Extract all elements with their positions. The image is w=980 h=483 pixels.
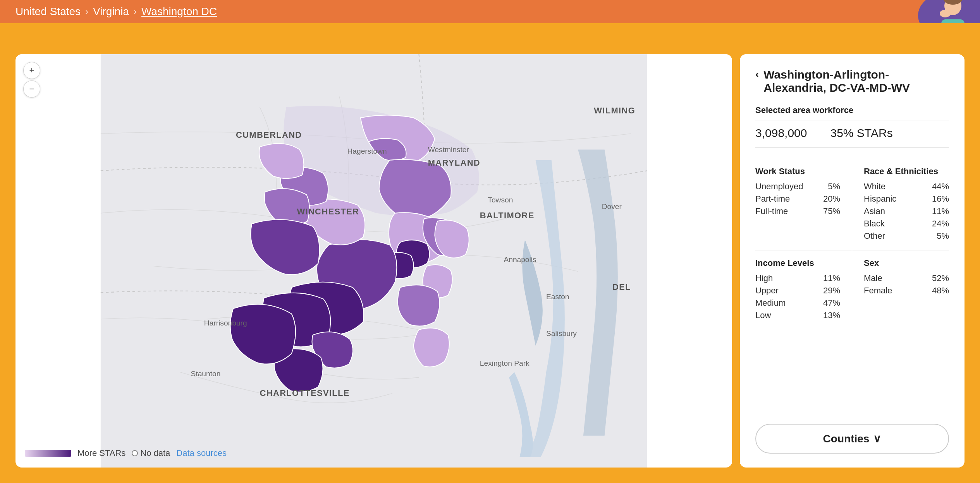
breadcrumb: United States › Virginia › Washington DC [15, 5, 217, 18]
black-value: 24% [926, 219, 949, 229]
unemployed-label: Unemployed [755, 182, 803, 192]
stat-black: Black 24% [864, 218, 949, 230]
map-label-maryland: MARYLAND [428, 158, 480, 168]
upper-value: 29% [817, 286, 840, 296]
race-ethnicity-title: Race & Ethnicities [864, 166, 949, 176]
stat-white: White 44% [864, 180, 949, 193]
upper-label: Upper [755, 286, 779, 296]
stat-high: High 11% [755, 272, 840, 284]
map-label-cumberland: CUMBERLAND [236, 130, 302, 140]
zoom-controls: + − [23, 62, 40, 98]
low-label: Low [755, 310, 771, 320]
zoom-out-button[interactable]: − [23, 80, 40, 98]
low-value: 13% [817, 310, 840, 320]
black-label: Black [864, 219, 885, 229]
panel-title: ‹ Washington-Arlington-Alexandria, DC-VA… [755, 68, 949, 94]
work-status-title: Work Status [755, 166, 840, 176]
stat-male: Male 52% [864, 272, 949, 284]
map-label-baltimore: BALTIMORE [480, 211, 535, 220]
work-status-section: Work Status Unemployed 5% Part-time 20% … [755, 159, 852, 250]
workforce-stats: 3,098,000 35% STARs [755, 127, 949, 148]
map-label-annapolis: Annapolis [504, 255, 536, 264]
breadcrumb-sep-2: › [134, 6, 137, 17]
header-bar: United States › Virginia › Washington DC [0, 0, 980, 23]
back-arrow-icon[interactable]: ‹ [755, 68, 759, 80]
high-value: 11% [817, 273, 840, 283]
breadcrumb-virginia[interactable]: Virginia [93, 5, 129, 18]
medium-value: 47% [817, 298, 840, 308]
high-label: High [755, 273, 773, 283]
income-levels-title: Income Levels [755, 258, 840, 268]
map-label-lexington-park: Lexington Park [480, 359, 530, 367]
main-content: + − [0, 54, 980, 483]
part-time-value: 20% [817, 194, 840, 204]
map-label-staunton: Staunton [191, 370, 221, 378]
stat-upper: Upper 29% [755, 284, 840, 297]
map-label-hagerstown: Hagerstown [347, 147, 387, 155]
workforce-count: 3,098,000 [755, 127, 807, 140]
workforce-stars-pct: 35% STARs [830, 127, 892, 140]
map-label-towson: Towson [488, 196, 513, 204]
map-svg: CUMBERLAND Hagerstown Westminster MARYLA… [15, 54, 732, 468]
breadcrumb-united-states[interactable]: United States [15, 5, 81, 18]
map-container: + − [15, 54, 732, 468]
svg-point-1 [940, 10, 951, 17]
male-label: Male [864, 273, 882, 283]
male-value: 52% [926, 273, 949, 283]
counties-button-label: Counties [823, 433, 870, 445]
hispanic-label: Hispanic [864, 194, 896, 204]
legend-gradient [25, 450, 71, 457]
female-value: 48% [926, 286, 949, 296]
map-label-easton: Easton [546, 293, 569, 301]
zoom-in-button[interactable]: + [23, 62, 40, 79]
sex-section: Sex Male 52% Female 48% [852, 250, 949, 329]
counties-button[interactable]: Counties ∨ [755, 424, 949, 454]
legend: More STARs No data Data sources [25, 448, 227, 458]
yellow-background-band [0, 23, 980, 54]
legend-no-data-label: No data [140, 448, 170, 458]
legend-no-data-circle [132, 450, 138, 456]
full-time-value: 75% [817, 206, 840, 216]
income-levels-section: Income Levels High 11% Upper 29% Medium … [755, 250, 852, 329]
breadcrumb-washington-dc[interactable]: Washington DC [141, 5, 217, 18]
stat-unemployed: Unemployed 5% [755, 180, 840, 193]
legend-no-data: No data [132, 448, 170, 458]
stat-full-time: Full-time 75% [755, 205, 840, 218]
county-charles-md[interactable] [398, 285, 440, 326]
info-panel: ‹ Washington-Arlington-Alexandria, DC-VA… [740, 54, 965, 468]
map-label-harrisonburg: Harrisonburg [204, 319, 247, 327]
other-label: Other [864, 231, 885, 241]
stat-medium: Medium 47% [755, 297, 840, 309]
race-ethnicity-section: Race & Ethnicities White 44% Hispanic 16… [852, 159, 949, 250]
stat-asian: Asian 11% [864, 205, 949, 218]
map-label-winchester: WINCHESTER [297, 207, 359, 216]
county-st-marys[interactable] [414, 328, 449, 367]
asian-value: 11% [926, 206, 949, 216]
map-label-del: DEL [612, 282, 631, 292]
legend-more-stars-label: More STARs [77, 448, 126, 458]
part-time-label: Part-time [755, 194, 790, 204]
unemployed-value: 5% [817, 182, 840, 192]
medium-label: Medium [755, 298, 786, 308]
sex-title: Sex [864, 258, 949, 268]
stat-female: Female 48% [864, 284, 949, 297]
workforce-label: Selected area workforce [755, 105, 949, 120]
asian-label: Asian [864, 206, 885, 216]
legend-data-sources-link[interactable]: Data sources [176, 448, 227, 458]
map-label-wilming: WILMING [594, 106, 635, 115]
counties-chevron-icon: ∨ [873, 432, 881, 445]
details-grid: Work Status Unemployed 5% Part-time 20% … [755, 159, 949, 329]
map-label-salisbury: Salisbury [546, 329, 577, 337]
full-time-label: Full-time [755, 206, 788, 216]
stat-hispanic: Hispanic 16% [864, 193, 949, 205]
stat-low: Low 13% [755, 309, 840, 322]
panel-title-text: Washington-Arlington-Alexandria, DC-VA-M… [763, 68, 949, 94]
stat-other: Other 5% [864, 230, 949, 242]
female-label: Female [864, 286, 892, 296]
hispanic-value: 16% [926, 194, 949, 204]
other-value: 5% [926, 231, 949, 241]
white-value: 44% [926, 182, 949, 192]
map-label-westminster: Westminster [428, 146, 469, 154]
breadcrumb-sep-1: › [85, 6, 88, 17]
map-label-dover: Dover [602, 202, 622, 211]
